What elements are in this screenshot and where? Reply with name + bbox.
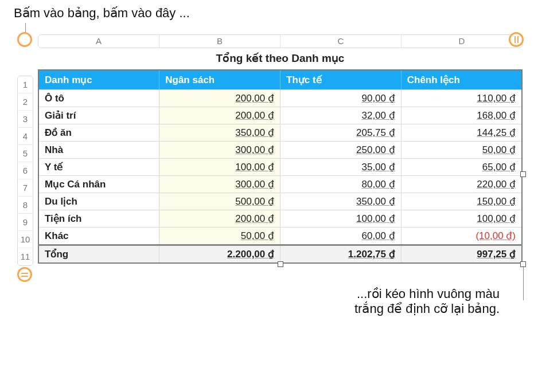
cell-total-diff[interactable]: 997,25 ₫: [401, 245, 522, 264]
row-header[interactable]: 1: [18, 76, 33, 93]
cell-budget[interactable]: 300,00 ₫: [159, 142, 280, 159]
table-row[interactable]: Tiện ích200,00 ₫100,00 ₫100,00 ₫: [38, 210, 522, 228]
column-header[interactable]: D: [402, 35, 522, 48]
row-header[interactable]: 6: [18, 162, 33, 179]
cell-actual[interactable]: 90,00 ₫: [280, 90, 402, 107]
cell-category[interactable]: Tiện ích: [38, 210, 159, 228]
cell-actual[interactable]: 250,00 ₫: [280, 142, 402, 159]
header-category[interactable]: Danh mục: [38, 70, 159, 90]
cell-budget[interactable]: 200,00 ₫: [159, 90, 280, 107]
cell-actual[interactable]: 60,00 ₫: [280, 228, 402, 245]
table-footer-row[interactable]: Tổng2.200,00 ₫1.202,75 ₫997,25 ₫: [38, 245, 522, 264]
row-header[interactable]: 5: [18, 145, 33, 162]
column-header[interactable]: A: [38, 35, 159, 48]
table-row[interactable]: Khác50,00 ₫60,00 ₫(10,00 ₫): [38, 228, 522, 245]
cell-budget[interactable]: 300,00 ₫: [159, 176, 280, 193]
table-select-handle[interactable]: [17, 32, 32, 47]
cell-budget[interactable]: 50,00 ₫: [159, 228, 280, 245]
cell-total-budget[interactable]: 2.200,00 ₫: [159, 245, 280, 264]
row-header[interactable]: 7: [18, 179, 33, 197]
cell-actual[interactable]: 80,00 ₫: [280, 176, 402, 193]
cell-total-actual[interactable]: 1.202,75 ₫: [280, 245, 402, 264]
cell-budget[interactable]: 200,00 ₫: [159, 107, 280, 124]
annotation-top: Bấm vào bảng, bấm vào đây ...: [14, 6, 523, 21]
cell-diff[interactable]: 220,00 ₫: [401, 176, 522, 193]
row-header[interactable]: 11: [18, 248, 33, 265]
row-header[interactable]: 10: [18, 231, 33, 248]
cell-diff[interactable]: (10,00 ₫): [401, 228, 522, 245]
cell-diff[interactable]: 65,00 ₫: [401, 159, 522, 176]
cell-actual[interactable]: 100,00 ₫: [280, 210, 402, 228]
row-header[interactable]: 8: [18, 197, 33, 214]
header-budget[interactable]: Ngân sách: [159, 70, 280, 90]
cell-budget[interactable]: 200,00 ₫: [159, 210, 280, 228]
row-header[interactable]: 4: [18, 128, 33, 145]
cell-diff[interactable]: 150,00 ₫: [401, 193, 522, 210]
cell-actual[interactable]: 35,00 ₫: [280, 159, 402, 176]
spreadsheet-area: A B C D 1234567891011 Tổng kết theo Danh…: [11, 34, 523, 264]
cell-actual[interactable]: 205,75 ₫: [280, 124, 402, 142]
data-table[interactable]: Danh mục Ngân sách Thực tế Chênh lệch Ô …: [38, 69, 523, 264]
column-headers[interactable]: A B C D: [38, 34, 523, 48]
callout-line: [523, 266, 524, 300]
resize-handle-right[interactable]: [520, 171, 526, 177]
table-row[interactable]: Ô tô200,00 ₫90,00 ₫110,00 ₫: [38, 90, 522, 107]
table-row[interactable]: Giải trí200,00 ₫32,00 ₫168,00 ₫: [38, 107, 522, 124]
cell-budget[interactable]: 350,00 ₫: [159, 124, 280, 142]
cell-diff[interactable]: 168,00 ₫: [401, 107, 522, 124]
cell-budget[interactable]: 100,00 ₫: [159, 159, 280, 176]
table-title: Tổng kết theo Danh mục: [38, 52, 523, 65]
cell-budget[interactable]: 500,00 ₫: [159, 193, 280, 210]
table-row[interactable]: Y tế100,00 ₫35,00 ₫65,00 ₫: [38, 159, 522, 176]
table-container: Tổng kết theo Danh mục Danh mục Ngân sác…: [38, 52, 523, 264]
table-row[interactable]: Mục Cá nhân300,00 ₫80,00 ₫220,00 ₫: [38, 176, 522, 193]
column-header[interactable]: C: [280, 35, 402, 48]
annotation-bottom: ...rồi kéo hình vuông màu trắng để định …: [11, 287, 523, 316]
add-column-handle[interactable]: [509, 32, 524, 47]
cell-category[interactable]: Đồ ăn: [38, 124, 159, 142]
cell-category[interactable]: Y tế: [38, 159, 159, 176]
cell-total-label[interactable]: Tổng: [38, 245, 159, 264]
cell-diff[interactable]: 50,00 ₫: [401, 142, 522, 159]
cell-category[interactable]: Du lịch: [38, 193, 159, 210]
row-header[interactable]: 2: [18, 93, 33, 111]
cell-actual[interactable]: 32,00 ₫: [280, 107, 402, 124]
cell-diff[interactable]: 144,25 ₫: [401, 124, 522, 142]
table-row[interactable]: Đồ ăn350,00 ₫205,75 ₫144,25 ₫: [38, 124, 522, 142]
row-header[interactable]: 9: [18, 214, 33, 231]
cell-diff[interactable]: 100,00 ₫: [401, 210, 522, 228]
add-row-handle[interactable]: [17, 267, 32, 282]
resize-handle-bottom[interactable]: [278, 261, 283, 267]
cell-diff[interactable]: 110,00 ₫: [401, 90, 522, 107]
cell-category[interactable]: Khác: [38, 228, 159, 245]
cell-actual[interactable]: 350,00 ₫: [280, 193, 402, 210]
row-header[interactable]: 3: [18, 111, 33, 128]
cell-category[interactable]: Mục Cá nhân: [38, 176, 159, 193]
header-diff[interactable]: Chênh lệch: [401, 70, 522, 90]
cell-category[interactable]: Giải trí: [38, 107, 159, 124]
table-row[interactable]: Du lịch500,00 ₫350,00 ₫150,00 ₫: [38, 193, 522, 210]
cell-category[interactable]: Nhà: [38, 142, 159, 159]
header-actual[interactable]: Thực tế: [280, 70, 402, 90]
cell-category[interactable]: Ô tô: [38, 90, 159, 107]
column-header[interactable]: B: [159, 35, 280, 48]
row-headers[interactable]: 1234567891011: [17, 76, 33, 266]
table-row[interactable]: Nhà300,00 ₫250,00 ₫50,00 ₫: [38, 142, 522, 159]
